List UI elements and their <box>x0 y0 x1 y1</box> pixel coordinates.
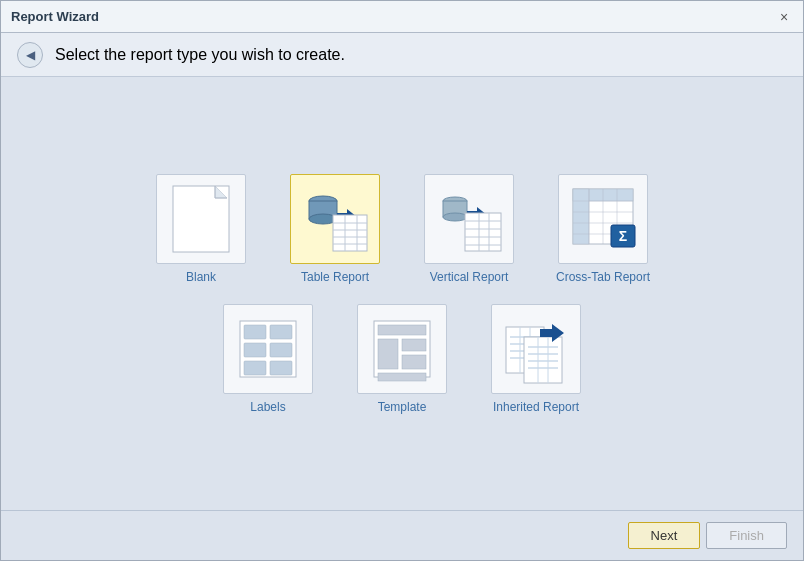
report-item-template[interactable]: Template <box>347 304 457 414</box>
svg-point-17 <box>443 213 467 221</box>
inherited-icon-box <box>491 304 581 394</box>
labels-label: Labels <box>250 400 285 414</box>
content-area: Blank <box>1 77 803 510</box>
header-bar: ◀ Select the report type you wish to cre… <box>1 33 803 77</box>
close-button[interactable]: × <box>775 8 793 26</box>
svg-rect-49 <box>402 355 426 369</box>
svg-rect-46 <box>378 325 426 335</box>
svg-rect-40 <box>270 325 292 339</box>
svg-rect-41 <box>244 343 266 357</box>
instruction-suffix: to create. <box>274 46 345 63</box>
blank-icon-box <box>156 174 246 264</box>
report-item-table[interactable]: Table Report <box>280 174 390 284</box>
report-wizard-dialog: Report Wizard × ◀ Select the report type… <box>0 0 804 561</box>
svg-rect-47 <box>378 339 398 369</box>
report-type-grid: Blank <box>41 97 763 490</box>
table-report-icon <box>295 179 375 259</box>
svg-rect-48 <box>402 339 426 351</box>
back-button[interactable]: ◀ <box>17 42 43 68</box>
vertical-report-icon <box>429 179 509 259</box>
dialog-title: Report Wizard <box>11 9 99 24</box>
inherited-report-icon <box>496 309 576 389</box>
table-label: Table Report <box>301 270 369 284</box>
svg-rect-50 <box>378 373 426 381</box>
instruction-mid: you <box>207 46 242 63</box>
header-instruction: Select the report type you wish to creat… <box>55 46 345 64</box>
svg-text:Σ: Σ <box>619 228 627 244</box>
vertical-label: Vertical Report <box>430 270 509 284</box>
next-button[interactable]: Next <box>628 522 701 549</box>
keyword-wish: wish <box>242 46 274 63</box>
title-bar: Report Wizard × <box>1 1 803 33</box>
keyword-report-type: report type <box>131 46 207 63</box>
svg-rect-8 <box>333 215 367 251</box>
inherited-label: Inherited Report <box>493 400 579 414</box>
blank-label: Blank <box>186 270 216 284</box>
report-item-crosstab[interactable]: Σ Cross-Tab Report <box>548 174 658 284</box>
svg-rect-44 <box>270 361 292 375</box>
report-item-vertical[interactable]: Vertical Report <box>414 174 524 284</box>
labels-icon-box <box>223 304 313 394</box>
report-row-2: Labels Te <box>213 304 591 414</box>
svg-rect-42 <box>270 343 292 357</box>
labels-icon <box>232 313 304 385</box>
blank-icon <box>171 184 231 254</box>
report-item-inherited[interactable]: Inherited Report <box>481 304 591 414</box>
finish-button[interactable]: Finish <box>706 522 787 549</box>
template-icon-box <box>357 304 447 394</box>
template-icon <box>366 313 438 385</box>
back-icon: ◀ <box>26 48 35 62</box>
svg-rect-28 <box>573 189 589 244</box>
report-item-labels[interactable]: Labels <box>213 304 323 414</box>
svg-rect-39 <box>244 325 266 339</box>
template-label: Template <box>378 400 427 414</box>
report-item-blank[interactable]: Blank <box>146 174 256 284</box>
crosstab-icon: Σ <box>563 179 643 259</box>
table-icon-box <box>290 174 380 264</box>
vertical-icon-box <box>424 174 514 264</box>
svg-rect-58 <box>524 337 562 383</box>
report-row-1: Blank <box>146 174 658 284</box>
crosstab-label: Cross-Tab Report <box>556 270 650 284</box>
footer: Next Finish <box>1 510 803 560</box>
svg-rect-43 <box>244 361 266 375</box>
instruction-prefix: Select the <box>55 46 131 63</box>
crosstab-icon-box: Σ <box>558 174 648 264</box>
